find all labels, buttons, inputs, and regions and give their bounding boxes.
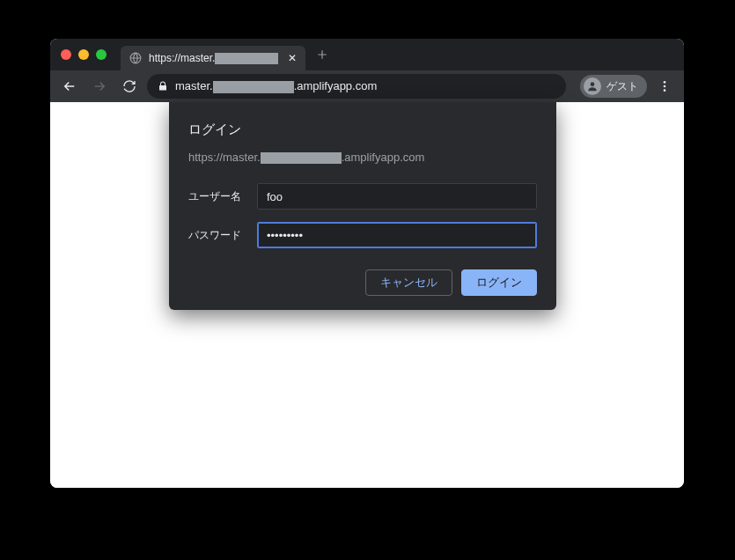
username-row: ユーザー名 [188, 183, 537, 210]
login-button-label: ログイン [476, 275, 522, 291]
svg-point-4 [664, 89, 666, 92]
svg-point-2 [664, 81, 666, 84]
redacted-segment [213, 81, 294, 93]
redacted-segment [215, 53, 278, 64]
dialog-actions: キャンセル ログイン [188, 269, 537, 296]
password-row: パスワード [188, 222, 537, 248]
back-button[interactable] [57, 74, 82, 99]
browser-window: https://master. ✕ master..amplifyapp.com [50, 39, 684, 488]
page-content: ログイン https://master..amplifyapp.com ユーザー… [50, 102, 684, 488]
tab-close-button[interactable]: ✕ [288, 53, 297, 63]
address-text: master..amplifyapp.com [175, 79, 377, 93]
password-label: パスワード [188, 228, 245, 243]
login-button[interactable]: ログイン [461, 269, 537, 296]
password-input[interactable] [257, 222, 537, 248]
username-input[interactable] [257, 183, 537, 210]
toolbar: master..amplifyapp.com ゲスト [50, 70, 684, 102]
new-tab-button[interactable] [316, 48, 328, 61]
svg-point-3 [664, 85, 666, 88]
dialog-title: ログイン [188, 122, 537, 138]
http-auth-dialog: ログイン https://master..amplifyapp.com ユーザー… [169, 102, 556, 310]
window-close-button[interactable] [61, 49, 71, 60]
profile-label: ゲスト [606, 79, 638, 94]
address-bar[interactable]: master..amplifyapp.com [147, 74, 566, 99]
kebab-menu-button[interactable] [652, 74, 677, 99]
username-label: ユーザー名 [188, 189, 245, 204]
cancel-button[interactable]: キャンセル [365, 269, 452, 296]
lock-icon [158, 81, 168, 92]
dialog-origin: https://master..amplifyapp.com [188, 151, 537, 164]
globe-icon [129, 52, 142, 64]
person-icon [584, 77, 601, 95]
browser-tab[interactable]: https://master. ✕ [121, 46, 305, 70]
svg-point-1 [591, 82, 595, 86]
tab-title: https://master. [149, 52, 281, 64]
reload-button[interactable] [117, 74, 142, 99]
profile-chip[interactable]: ゲスト [580, 75, 647, 98]
forward-button[interactable] [87, 74, 112, 99]
redacted-segment [261, 152, 342, 164]
cancel-button-label: キャンセル [380, 275, 437, 291]
title-bar: https://master. ✕ [50, 39, 684, 70]
window-minimize-button[interactable] [78, 49, 89, 60]
traffic-lights [61, 49, 107, 60]
window-maximize-button[interactable] [96, 49, 107, 60]
